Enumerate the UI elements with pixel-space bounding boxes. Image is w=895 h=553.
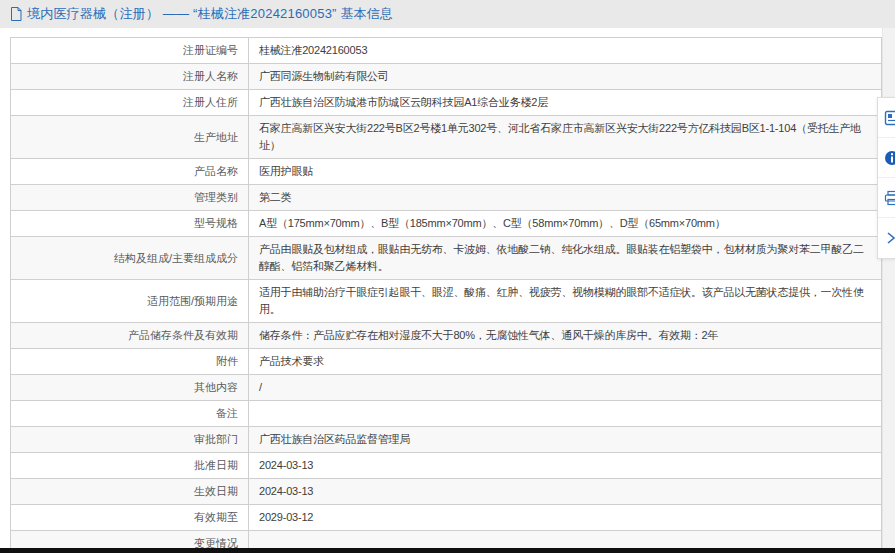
form-icon[interactable] xyxy=(878,98,895,138)
row-value: 产品技术要求 xyxy=(249,349,882,375)
row-label: 备注 xyxy=(11,401,249,427)
row-label: 附件 xyxy=(11,349,249,375)
row-value: / xyxy=(249,375,882,401)
table-row: 产品名称医用护眼贴 xyxy=(11,159,882,185)
row-label: 结构及组成/主要组成成分 xyxy=(11,237,249,280)
table-row: 其他内容/ xyxy=(11,375,882,401)
table-row: 审批部门广西壮族自治区药品监督管理局 xyxy=(11,427,882,453)
footer-bar xyxy=(0,548,895,553)
row-value: 广西壮族自治区防城港市防城区云朗科技园A1综合业务楼2层 xyxy=(249,90,882,116)
row-label: 生效日期 xyxy=(11,479,249,505)
row-label: 生产地址 xyxy=(11,116,249,159)
row-value: 广西壮族自治区药品监督管理局 xyxy=(249,427,882,453)
table-row: 批准日期2024-03-13 xyxy=(11,453,882,479)
table-row: 生效日期2024-03-13 xyxy=(11,479,882,505)
row-value: 第二类 xyxy=(249,185,882,211)
side-toolbar xyxy=(877,97,895,259)
table-row: 备注 xyxy=(11,401,882,427)
row-label: 注册人名称 xyxy=(11,64,249,90)
row-label: 批准日期 xyxy=(11,453,249,479)
table-row: 结构及组成/主要组成成分产品由眼贴及包材组成，眼贴由无纺布、卡波姆、依地酸二钠、… xyxy=(11,237,882,280)
table-row: 注册人名称广西同源生物制药有限公司 xyxy=(11,64,882,90)
row-value: 桂械注准20242160053 xyxy=(249,38,882,64)
info-circle-icon[interactable] xyxy=(878,138,895,178)
table-row: 注册人住所广西壮族自治区防城港市防城区云朗科技园A1综合业务楼2层 xyxy=(11,90,882,116)
row-value: 储存条件：产品应贮存在相对湿度不大于80%，无腐蚀性气体、通风干燥的库房中。有效… xyxy=(249,323,882,349)
table-row: 生产地址石家庄高新区兴安大街222号B区2号楼1单元302号、河北省石家庄市高新… xyxy=(11,116,882,159)
document-icon xyxy=(10,7,22,21)
chevron-right-icon[interactable] xyxy=(878,218,895,258)
row-value: 适用于由辅助治疗干眼症引起眼干、眼涩、酸痛、红肿、视疲劳、视物模糊的眼部不适症状… xyxy=(249,280,882,323)
row-label: 管理类别 xyxy=(11,185,249,211)
row-label: 注册人住所 xyxy=(11,90,249,116)
row-label: 产品储存条件及有效期 xyxy=(11,323,249,349)
row-value: 石家庄高新区兴安大街222号B区2号楼1单元302号、河北省石家庄市高新区兴安大… xyxy=(249,116,882,159)
row-value: 2024-03-13 xyxy=(249,453,882,479)
table-row: 产品储存条件及有效期储存条件：产品应贮存在相对湿度不大于80%，无腐蚀性气体、通… xyxy=(11,323,882,349)
row-value: 2029-03-12 xyxy=(249,505,882,531)
row-label: 审批部门 xyxy=(11,427,249,453)
row-value: 广西同源生物制药有限公司 xyxy=(249,64,882,90)
row-label: 其他内容 xyxy=(11,375,249,401)
table-row: 附件产品技术要求 xyxy=(11,349,882,375)
table-row: 适用范围/预期用途适用于由辅助治疗干眼症引起眼干、眼涩、酸痛、红肿、视疲劳、视物… xyxy=(11,280,882,323)
page-header: 境内医疗器械（注册） —— “桂械注准20242160053” 基本信息 xyxy=(0,0,895,28)
row-value: 产品由眼贴及包材组成，眼贴由无纺布、卡波姆、依地酸二钠、纯化水组成。眼贴装在铝塑… xyxy=(249,237,882,280)
row-label: 型号规格 xyxy=(11,211,249,237)
row-value xyxy=(249,401,882,427)
row-value: A型（175mm×70mm）、B型（185mm×70mm）、C型（58mm×70… xyxy=(249,211,882,237)
row-label: 产品名称 xyxy=(11,159,249,185)
table-row: 型号规格A型（175mm×70mm）、B型（185mm×70mm）、C型（58m… xyxy=(11,211,882,237)
row-label: 适用范围/预期用途 xyxy=(11,280,249,323)
registration-info-table: 注册证编号桂械注准20242160053注册人名称广西同源生物制药有限公司注册人… xyxy=(10,37,882,553)
row-value: 2024-03-13 xyxy=(249,479,882,505)
row-value: 医用护眼贴 xyxy=(249,159,882,185)
row-label: 注册证编号 xyxy=(11,38,249,64)
page-title: 境内医疗器械（注册） —— “桂械注准20242160053” 基本信息 xyxy=(27,5,393,23)
row-label: 有效期至 xyxy=(11,505,249,531)
table-row: 有效期至2029-03-12 xyxy=(11,505,882,531)
table-row: 注册证编号桂械注准20242160053 xyxy=(11,38,882,64)
table-row: 管理类别第二类 xyxy=(11,185,882,211)
printer-icon[interactable] xyxy=(878,178,895,218)
